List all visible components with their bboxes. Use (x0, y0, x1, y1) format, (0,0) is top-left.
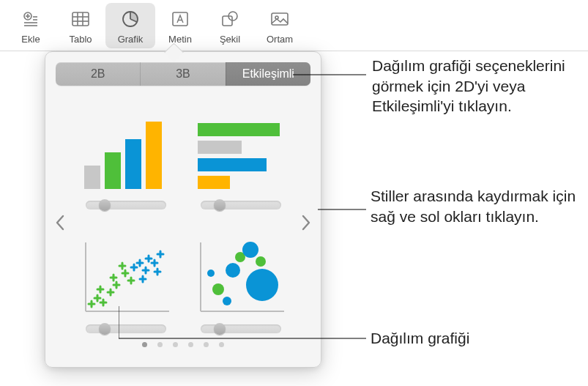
insert-icon (18, 6, 44, 32)
chart-option-bar[interactable] (191, 99, 290, 209)
page-dot[interactable] (204, 342, 209, 347)
table-icon (67, 6, 94, 32)
media-icon (267, 6, 293, 32)
scatter-chart-icon (78, 238, 174, 319)
chart-option-scatter[interactable] (76, 223, 175, 333)
column-chart-icon (78, 114, 174, 195)
svg-point-73 (246, 269, 278, 301)
svg-point-69 (226, 263, 240, 278)
tab-interactive[interactable]: Etkileşimli (226, 62, 310, 86)
page-dot[interactable] (219, 342, 224, 347)
insert-label: Ekle (21, 34, 40, 45)
chart-style-gallery (56, 99, 310, 333)
page-dot[interactable] (157, 342, 163, 347)
svg-point-68 (212, 283, 224, 295)
chart-type-segmented: 2B 3B Etkileşimli (56, 62, 310, 86)
bubble-chart-icon (193, 238, 289, 319)
chart-thumbnail-grid (56, 99, 310, 333)
shape-button[interactable]: Şekil (205, 3, 255, 48)
prev-style-button[interactable] (51, 210, 69, 235)
chart-option-bubble[interactable] (191, 223, 290, 333)
bar-chart-icon (193, 114, 289, 195)
shape-label: Şekil (220, 34, 240, 45)
media-label: Ortam (267, 34, 293, 45)
style-slider[interactable] (201, 324, 281, 333)
svg-rect-25 (198, 141, 242, 154)
media-button[interactable]: Ortam (255, 3, 305, 48)
svg-rect-22 (125, 139, 141, 189)
style-slider[interactable] (86, 324, 166, 333)
text-button[interactable]: Metin (155, 3, 205, 48)
chart-icon (117, 6, 144, 32)
table-button[interactable]: Tablo (56, 3, 105, 48)
next-style-button[interactable] (297, 210, 315, 235)
svg-point-75 (207, 270, 215, 277)
chart-popover: 2B 3B Etkileşimli (45, 51, 321, 368)
svg-point-71 (242, 242, 258, 258)
shape-icon (217, 6, 243, 32)
svg-rect-16 (223, 16, 232, 26)
callout-arrows: Stiller arasında kaydırmak için sağ ve s… (371, 186, 588, 226)
callout-segmented: Dağılım grafiği seçeneklerini görmek içi… (372, 56, 588, 116)
insert-button[interactable]: Ekle (6, 3, 56, 48)
text-icon (167, 6, 193, 32)
svg-rect-26 (198, 158, 267, 171)
svg-rect-20 (84, 166, 100, 189)
callout-leader (318, 205, 366, 214)
svg-rect-27 (198, 176, 230, 189)
style-slider[interactable] (86, 201, 166, 209)
chevron-left-icon (55, 214, 65, 231)
style-slider[interactable] (201, 201, 281, 209)
svg-point-74 (223, 297, 231, 305)
tab-2d[interactable]: 2B (56, 62, 140, 86)
tab-3d[interactable]: 3B (140, 62, 225, 86)
svg-point-72 (256, 256, 266, 267)
chevron-right-icon (301, 214, 311, 231)
svg-rect-7 (72, 12, 89, 26)
page-dots (45, 342, 321, 347)
toolbar: Ekle Tablo Grafik Metin (0, 0, 588, 51)
chart-label: Grafik (118, 34, 144, 45)
page-dot[interactable] (188, 342, 193, 347)
chart-button[interactable]: Grafik (105, 3, 155, 48)
svg-rect-23 (146, 122, 162, 189)
table-label: Tablo (69, 34, 92, 45)
callout-scatter: Dağılım grafiği (371, 328, 469, 349)
svg-rect-24 (198, 123, 280, 136)
svg-rect-18 (272, 13, 288, 25)
page-dot[interactable] (173, 342, 178, 347)
svg-rect-21 (105, 152, 121, 189)
chart-option-column[interactable] (76, 99, 175, 209)
page-dot[interactable] (142, 342, 147, 347)
